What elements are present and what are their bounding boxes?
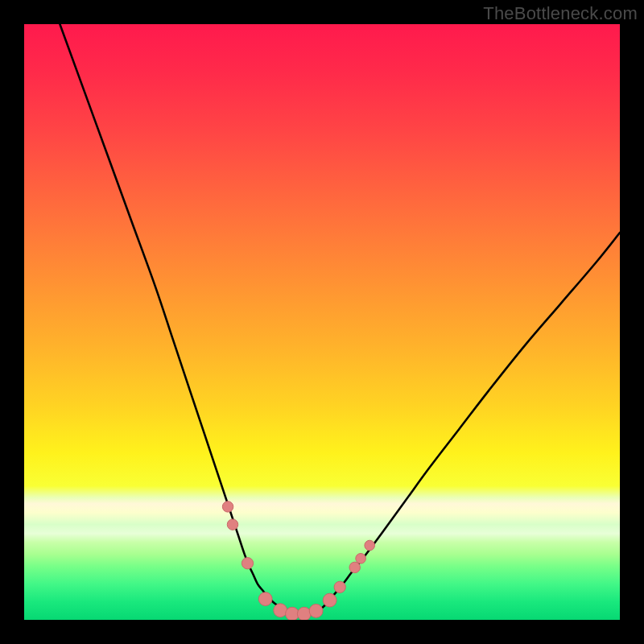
marker-dot <box>297 607 311 620</box>
chart-frame: TheBottleneck.com <box>0 0 644 644</box>
marker-dot <box>356 553 366 564</box>
marker-dot <box>323 593 336 607</box>
marker-dot <box>334 581 345 592</box>
marker-dot <box>286 607 299 620</box>
chart-overlay-svg <box>24 24 620 620</box>
marker-dot <box>227 519 237 530</box>
marker-dot <box>309 605 323 618</box>
markers-group <box>222 502 374 620</box>
marker-dot <box>274 604 287 617</box>
marker-dot <box>365 540 375 551</box>
marker-dot <box>349 562 360 572</box>
watermark-text: TheBottleneck.com <box>483 3 638 24</box>
marker-dot <box>222 502 233 512</box>
right-curve <box>308 233 621 614</box>
chart-plot-area <box>24 24 620 620</box>
left-curve <box>60 24 301 614</box>
marker-dot <box>258 592 272 606</box>
marker-dot <box>242 558 253 569</box>
